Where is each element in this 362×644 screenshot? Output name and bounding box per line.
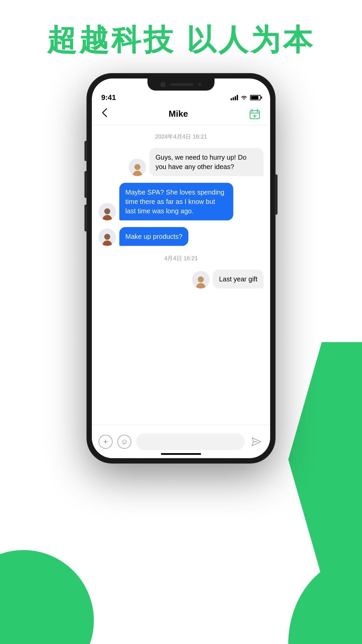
message-input[interactable] xyxy=(136,433,245,450)
avatar-tan-2 xyxy=(192,271,209,288)
battery-icon xyxy=(250,95,261,100)
status-icons xyxy=(231,94,261,101)
bg-deco-bottom-right xyxy=(275,530,362,644)
chat-header: Mike xyxy=(92,104,270,125)
phone-vol-down-button xyxy=(84,205,87,231)
back-button[interactable] xyxy=(101,107,108,120)
message-bubble-1: Guys, we need to hurry up! Do you have a… xyxy=(149,148,263,176)
message-row-2: Maybe SPA? She loves spending time there… xyxy=(99,183,263,220)
phone-screen: 9:41 xyxy=(92,78,270,458)
phone-power-button xyxy=(275,174,278,215)
phone-silent-button xyxy=(84,141,87,161)
phone-vol-up-button xyxy=(84,171,87,198)
face-sensor xyxy=(198,83,201,86)
front-camera xyxy=(161,82,165,87)
signal-icon xyxy=(231,95,238,100)
calendar-add-icon[interactable] xyxy=(249,108,261,120)
earpiece xyxy=(170,83,193,86)
avatar-dark-1 xyxy=(99,203,116,220)
send-button[interactable] xyxy=(249,435,263,449)
chat-messages: 2024年4月4日 16:21 Guys, we need to hurry u… xyxy=(92,125,270,441)
svg-point-0 xyxy=(288,557,362,644)
timestamp-1: 2024年4月4日 16:21 xyxy=(99,133,263,141)
add-button[interactable]: + xyxy=(99,435,113,449)
message-row-4: Last year gift xyxy=(99,270,263,288)
chat-body: 2024年4月4日 16:21 Guys, we need to hurry u… xyxy=(92,125,270,441)
home-indicator xyxy=(161,453,201,455)
phone-notch xyxy=(147,78,215,91)
svg-marker-1 xyxy=(10,597,77,644)
message-row-3: Make up products? xyxy=(99,227,263,246)
message-bubble-3: Make up products? xyxy=(119,227,188,246)
bg-deco-bottom-left2 xyxy=(10,577,77,644)
emoji-button[interactable]: ☺ xyxy=(117,435,131,449)
chat-title: Mike xyxy=(169,109,188,119)
status-time: 9:41 xyxy=(101,93,116,102)
headline: 超越科技 以人为本 xyxy=(0,20,362,60)
message-bubble-2: Maybe SPA? She loves spending time there… xyxy=(119,183,233,220)
avatar-tan-1 xyxy=(129,159,146,176)
avatar-dark-2 xyxy=(99,228,116,246)
message-row-1: Guys, we need to hurry up! Do you have a… xyxy=(99,148,263,176)
phone-shell: 9:41 xyxy=(87,74,275,463)
timestamp-2: 4月4日 16:21 xyxy=(99,255,263,262)
phone-device: 9:41 xyxy=(87,74,275,463)
message-bubble-4: Last year gift xyxy=(213,270,263,288)
wifi-icon xyxy=(241,94,247,101)
